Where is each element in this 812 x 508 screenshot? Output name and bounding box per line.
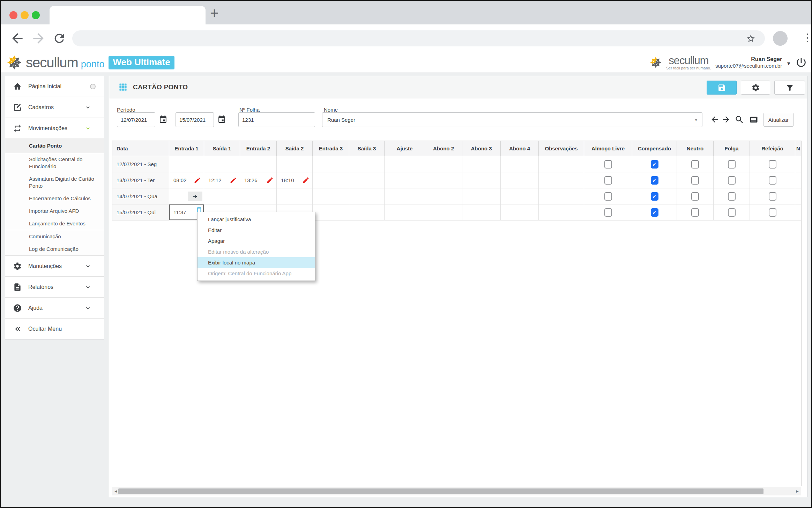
- punch-cell-saida1[interactable]: [204, 156, 240, 172]
- cell-abono2[interactable]: [425, 172, 462, 188]
- cell-observacoes[interactable]: [539, 204, 584, 220]
- new-tab-button[interactable]: +: [210, 5, 219, 22]
- checkbox-compensado[interactable]: ✓: [651, 192, 658, 201]
- window-minimize-button[interactable]: [21, 11, 29, 19]
- prev-employee-icon[interactable]: [710, 115, 720, 124]
- sidebar-item-pagina-inicial[interactable]: Página Inicial: [5, 76, 104, 97]
- sidebar-item-log-de-comunicacao[interactable]: Log de Comunicação: [5, 243, 104, 256]
- checkbox-almoco-livre[interactable]: [604, 208, 612, 217]
- calendar-from-icon[interactable]: [159, 115, 167, 124]
- cell-abono2[interactable]: [425, 204, 462, 220]
- logout-power-icon[interactable]: [795, 57, 807, 68]
- checkbox-folga[interactable]: [728, 160, 736, 169]
- cell-observacoes[interactable]: [539, 188, 584, 204]
- cell-ajuste[interactable]: [385, 204, 425, 220]
- sidebar-item-comunicacao[interactable]: Comunicação: [5, 230, 104, 243]
- calendar-to-icon[interactable]: [217, 115, 226, 124]
- copy-forward-button[interactable]: [188, 192, 202, 201]
- cell-abono3[interactable]: [462, 156, 501, 172]
- cell-abono4[interactable]: [501, 204, 539, 220]
- cell-abono4[interactable]: [501, 188, 539, 204]
- checkbox-compensado[interactable]: ✓: [651, 160, 658, 169]
- cell-abono3[interactable]: [462, 172, 501, 188]
- browser-menu-icon[interactable]: ⋮: [802, 31, 812, 44]
- window-close-button[interactable]: [9, 11, 17, 19]
- forward-icon[interactable]: [31, 31, 46, 46]
- checkbox-neutro[interactable]: [691, 192, 699, 201]
- scrollbar-thumb[interactable]: [118, 488, 763, 494]
- cell-abono4[interactable]: [501, 156, 539, 172]
- checkbox-neutro[interactable]: [691, 160, 699, 169]
- cell-observacoes[interactable]: [539, 172, 584, 188]
- search-icon[interactable]: [735, 115, 744, 125]
- cell-abono4[interactable]: [501, 172, 539, 188]
- context-menu-item-apagar[interactable]: Apagar: [198, 236, 315, 246]
- refresh-button[interactable]: Atualizar: [763, 113, 794, 127]
- checkbox-folga[interactable]: [728, 176, 736, 185]
- checkbox-neutro[interactable]: [691, 176, 699, 185]
- punch-cell-saida1[interactable]: [204, 188, 240, 204]
- user-caret-icon[interactable]: ▼: [786, 61, 791, 66]
- employee-list-icon[interactable]: [749, 115, 759, 125]
- cell-ajuste[interactable]: [385, 172, 425, 188]
- punch-cell-entrada1[interactable]: [169, 188, 204, 204]
- settings-button[interactable]: [741, 81, 770, 95]
- cell-ajuste[interactable]: [385, 156, 425, 172]
- cell-abono3[interactable]: [462, 204, 501, 220]
- punch-cell-saida2[interactable]: 18:10: [277, 172, 313, 188]
- punch-cell-saida1[interactable]: 12:12: [204, 172, 240, 188]
- checkbox-compensado[interactable]: ✓: [651, 208, 658, 217]
- window-zoom-button[interactable]: [32, 11, 40, 19]
- scroll-right-icon[interactable]: ►: [795, 489, 799, 494]
- punch-cell-saida3[interactable]: [349, 204, 385, 220]
- punch-cell-entrada1[interactable]: 08:02: [169, 172, 204, 188]
- sidebar-item-cadastros[interactable]: Cadastros: [5, 97, 104, 118]
- punch-cell-entrada2[interactable]: [240, 156, 277, 172]
- sidebar-item-lancamento-de-eventos[interactable]: Lançamento de Eventos: [5, 217, 104, 230]
- next-employee-icon[interactable]: [721, 115, 731, 124]
- scroll-left-icon[interactable]: ◄: [114, 489, 118, 494]
- back-icon[interactable]: [10, 31, 25, 46]
- browser-profile-avatar[interactable]: [773, 31, 788, 46]
- punch-cell-entrada2[interactable]: [240, 188, 277, 204]
- checkbox-refeicao[interactable]: [769, 160, 776, 169]
- context-menu-item-lancar-justificativa[interactable]: Lançar justificativa: [198, 214, 315, 225]
- context-menu-item-exibir-local-no-mapa[interactable]: Exibir local no mapa: [198, 257, 315, 268]
- punch-cell-saida3[interactable]: [349, 156, 385, 172]
- sidebar-item-ajuda[interactable]: Ajuda: [5, 298, 104, 319]
- filter-button[interactable]: [774, 81, 805, 95]
- browser-tab[interactable]: [50, 6, 206, 24]
- sidebar-item-cartao-ponto[interactable]: Cartão Ponto: [5, 139, 104, 153]
- save-button[interactable]: [707, 81, 737, 95]
- checkbox-almoco-livre[interactable]: [604, 160, 612, 169]
- checkbox-refeicao[interactable]: [769, 192, 776, 201]
- horizontal-scrollbar[interactable]: ◄ ►: [112, 487, 801, 495]
- cell-abono2[interactable]: [425, 156, 462, 172]
- bookmark-star-icon[interactable]: [746, 34, 755, 43]
- punch-cell-entrada3[interactable]: [313, 172, 349, 188]
- sidebar-item-movimentacoes[interactable]: Movimentações: [5, 118, 104, 139]
- sidebar-item-importar-arquivo-afd[interactable]: Importar Arquivo AFD: [5, 205, 104, 217]
- url-bar[interactable]: [72, 30, 765, 46]
- punch-cell-entrada1[interactable]: [169, 156, 204, 172]
- checkbox-neutro[interactable]: [691, 208, 699, 217]
- cell-abono3[interactable]: [462, 188, 501, 204]
- punch-cell-entrada2[interactable]: 13:26: [240, 172, 277, 188]
- user-menu[interactable]: Ruan Seger suporte07@secullum.com.br: [715, 56, 782, 69]
- punch-cell-saida3[interactable]: [349, 172, 385, 188]
- punch-cell-entrada3[interactable]: [313, 188, 349, 204]
- checkbox-almoco-livre[interactable]: [604, 192, 612, 201]
- punch-cell-saida2[interactable]: [277, 156, 313, 172]
- sidebar-item-manutencoes[interactable]: Manutenções: [5, 256, 104, 277]
- date-from-input[interactable]: [117, 112, 155, 127]
- checkbox-folga[interactable]: [728, 192, 736, 201]
- folha-input[interactable]: [238, 112, 315, 127]
- sidebar-item-encerramento-de-calculos[interactable]: Encerramento de Cálculos: [5, 192, 104, 205]
- checkbox-almoco-livre[interactable]: [604, 176, 612, 185]
- date-to-input[interactable]: [176, 112, 214, 127]
- cell-observacoes[interactable]: [539, 156, 584, 172]
- nome-select[interactable]: Ruan Seger ▾: [322, 112, 702, 127]
- reload-icon[interactable]: [52, 31, 66, 45]
- sidebar-item-relatorios[interactable]: Relatórios: [5, 277, 104, 298]
- punch-cell-entrada3[interactable]: [313, 156, 349, 172]
